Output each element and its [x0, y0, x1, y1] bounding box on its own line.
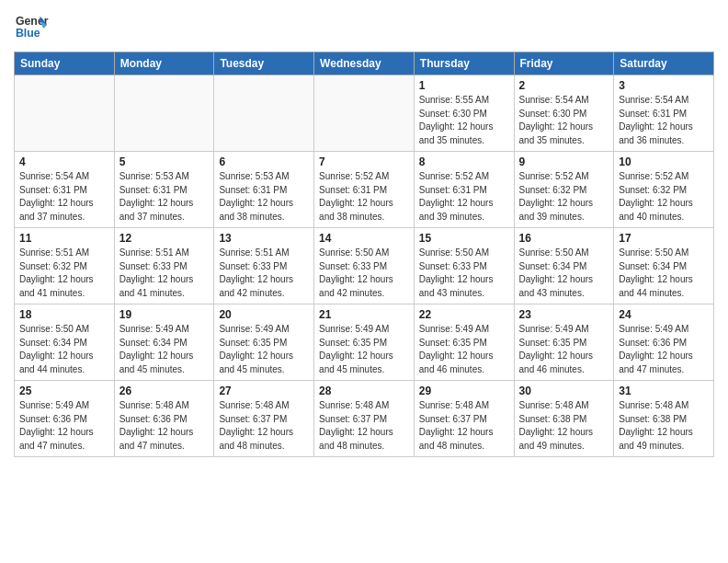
calendar-cell: 13Sunrise: 5:51 AMSunset: 6:33 PMDayligh… [214, 228, 314, 304]
calendar-header-thursday: Thursday [414, 52, 514, 75]
calendar-cell: 21Sunrise: 5:49 AMSunset: 6:35 PMDayligh… [314, 304, 415, 381]
day-info: Sunrise: 5:49 AMSunset: 6:34 PMDaylight:… [119, 323, 210, 376]
logo-icon: General Blue [14, 9, 49, 44]
day-info: Sunrise: 5:49 AMSunset: 6:35 PMDaylight:… [519, 323, 609, 376]
day-info: Sunrise: 5:48 AMSunset: 6:38 PMDaylight:… [519, 399, 609, 453]
calendar-cell: 2Sunrise: 5:54 AMSunset: 6:30 PMDaylight… [514, 75, 614, 152]
day-number: 18 [19, 308, 109, 321]
day-number: 27 [219, 385, 309, 397]
calendar-cell: 27Sunrise: 5:48 AMSunset: 6:37 PMDayligh… [214, 381, 314, 457]
day-number: 4 [19, 155, 109, 168]
day-info: Sunrise: 5:52 AMSunset: 6:31 PMDaylight:… [419, 170, 509, 224]
calendar-header-tuesday: Tuesday [214, 52, 314, 75]
calendar-cell: 30Sunrise: 5:48 AMSunset: 6:38 PMDayligh… [514, 381, 614, 457]
day-number: 19 [119, 308, 210, 321]
day-number: 25 [19, 385, 109, 397]
calendar-cell: 19Sunrise: 5:49 AMSunset: 6:34 PMDayligh… [114, 304, 214, 381]
day-info: Sunrise: 5:50 AMSunset: 6:33 PMDaylight:… [419, 247, 509, 300]
day-number: 21 [319, 308, 409, 321]
day-info: Sunrise: 5:55 AMSunset: 6:30 PMDaylight:… [419, 94, 509, 147]
calendar-header-friday: Friday [514, 52, 614, 75]
calendar-cell: 26Sunrise: 5:48 AMSunset: 6:36 PMDayligh… [114, 381, 214, 457]
day-number: 31 [619, 385, 709, 397]
calendar-cell: 3Sunrise: 5:54 AMSunset: 6:31 PMDaylight… [614, 75, 714, 152]
week-row-1: 4Sunrise: 5:54 AMSunset: 6:31 PMDaylight… [15, 152, 714, 228]
day-number: 14 [319, 232, 409, 245]
day-info: Sunrise: 5:54 AMSunset: 6:31 PMDaylight:… [19, 170, 109, 224]
calendar-cell: 31Sunrise: 5:48 AMSunset: 6:38 PMDayligh… [614, 381, 714, 457]
calendar-cell: 8Sunrise: 5:52 AMSunset: 6:31 PMDaylight… [414, 152, 514, 228]
day-number: 12 [119, 232, 210, 245]
day-number: 10 [619, 155, 709, 168]
day-info: Sunrise: 5:48 AMSunset: 6:37 PMDaylight:… [219, 399, 309, 453]
day-number: 26 [119, 385, 210, 397]
day-number: 6 [219, 155, 309, 168]
day-info: Sunrise: 5:50 AMSunset: 6:34 PMDaylight:… [19, 323, 109, 376]
day-info: Sunrise: 5:49 AMSunset: 6:35 PMDaylight:… [219, 323, 309, 376]
day-info: Sunrise: 5:50 AMSunset: 6:34 PMDaylight:… [619, 247, 709, 300]
day-info: Sunrise: 5:54 AMSunset: 6:30 PMDaylight:… [519, 94, 609, 147]
week-row-0: 1Sunrise: 5:55 AMSunset: 6:30 PMDaylight… [15, 75, 714, 152]
day-info: Sunrise: 5:50 AMSunset: 6:34 PMDaylight:… [519, 247, 609, 300]
calendar-header-wednesday: Wednesday [314, 52, 415, 75]
svg-text:Blue: Blue [16, 27, 40, 40]
calendar-cell: 24Sunrise: 5:49 AMSunset: 6:36 PMDayligh… [614, 304, 714, 381]
calendar-cell: 7Sunrise: 5:52 AMSunset: 6:31 PMDaylight… [314, 152, 415, 228]
day-number: 30 [519, 385, 609, 397]
calendar-cell: 18Sunrise: 5:50 AMSunset: 6:34 PMDayligh… [15, 304, 115, 381]
calendar-cell: 12Sunrise: 5:51 AMSunset: 6:33 PMDayligh… [114, 228, 214, 304]
day-number: 3 [619, 79, 709, 92]
calendar-cell: 22Sunrise: 5:49 AMSunset: 6:35 PMDayligh… [414, 304, 514, 381]
day-number: 15 [419, 232, 509, 245]
day-info: Sunrise: 5:51 AMSunset: 6:33 PMDaylight:… [219, 247, 309, 300]
day-info: Sunrise: 5:52 AMSunset: 6:32 PMDaylight:… [619, 170, 709, 224]
day-number: 8 [419, 155, 509, 168]
calendar-cell: 6Sunrise: 5:53 AMSunset: 6:31 PMDaylight… [214, 152, 314, 228]
day-number: 24 [619, 308, 709, 321]
calendar-cell [15, 75, 115, 152]
day-info: Sunrise: 5:49 AMSunset: 6:35 PMDaylight:… [319, 323, 409, 376]
day-info: Sunrise: 5:49 AMSunset: 6:36 PMDaylight:… [19, 399, 109, 453]
day-info: Sunrise: 5:53 AMSunset: 6:31 PMDaylight:… [119, 170, 210, 224]
week-row-3: 18Sunrise: 5:50 AMSunset: 6:34 PMDayligh… [15, 304, 714, 381]
page-container: General Blue SundayMondayTuesdayWednesda… [0, 0, 728, 466]
day-number: 1 [419, 79, 509, 92]
day-number: 2 [519, 79, 609, 92]
day-info: Sunrise: 5:48 AMSunset: 6:36 PMDaylight:… [119, 399, 210, 453]
calendar-cell: 11Sunrise: 5:51 AMSunset: 6:32 PMDayligh… [15, 228, 115, 304]
calendar-header-saturday: Saturday [614, 52, 714, 75]
day-info: Sunrise: 5:49 AMSunset: 6:36 PMDaylight:… [619, 323, 709, 376]
week-row-2: 11Sunrise: 5:51 AMSunset: 6:32 PMDayligh… [15, 228, 714, 304]
calendar-cell: 10Sunrise: 5:52 AMSunset: 6:32 PMDayligh… [614, 152, 714, 228]
day-number: 7 [319, 155, 409, 168]
calendar-cell: 1Sunrise: 5:55 AMSunset: 6:30 PMDaylight… [414, 75, 514, 152]
day-number: 13 [219, 232, 309, 245]
calendar-header-monday: Monday [114, 52, 214, 75]
day-number: 9 [519, 155, 609, 168]
calendar-cell [114, 75, 214, 152]
day-info: Sunrise: 5:48 AMSunset: 6:38 PMDaylight:… [619, 399, 709, 453]
day-number: 20 [219, 308, 309, 321]
day-info: Sunrise: 5:49 AMSunset: 6:35 PMDaylight:… [419, 323, 509, 376]
calendar-cell: 17Sunrise: 5:50 AMSunset: 6:34 PMDayligh… [614, 228, 714, 304]
calendar-header-sunday: Sunday [15, 52, 115, 75]
calendar-cell: 5Sunrise: 5:53 AMSunset: 6:31 PMDaylight… [114, 152, 214, 228]
day-info: Sunrise: 5:54 AMSunset: 6:31 PMDaylight:… [619, 94, 709, 147]
day-number: 16 [519, 232, 609, 245]
calendar-cell: 16Sunrise: 5:50 AMSunset: 6:34 PMDayligh… [514, 228, 614, 304]
calendar-table: SundayMondayTuesdayWednesdayThursdayFrid… [14, 52, 714, 457]
week-row-4: 25Sunrise: 5:49 AMSunset: 6:36 PMDayligh… [15, 381, 714, 457]
calendar-cell: 20Sunrise: 5:49 AMSunset: 6:35 PMDayligh… [214, 304, 314, 381]
calendar-cell [314, 75, 415, 152]
calendar-cell: 9Sunrise: 5:52 AMSunset: 6:32 PMDaylight… [514, 152, 614, 228]
calendar-cell: 29Sunrise: 5:48 AMSunset: 6:37 PMDayligh… [414, 381, 514, 457]
calendar-cell: 23Sunrise: 5:49 AMSunset: 6:35 PMDayligh… [514, 304, 614, 381]
day-number: 17 [619, 232, 709, 245]
day-info: Sunrise: 5:52 AMSunset: 6:32 PMDaylight:… [519, 170, 609, 224]
calendar-cell [214, 75, 314, 152]
day-number: 11 [19, 232, 109, 245]
logo: General Blue [14, 9, 51, 44]
day-info: Sunrise: 5:51 AMSunset: 6:33 PMDaylight:… [119, 247, 210, 300]
day-info: Sunrise: 5:48 AMSunset: 6:37 PMDaylight:… [319, 399, 409, 453]
day-number: 22 [419, 308, 509, 321]
